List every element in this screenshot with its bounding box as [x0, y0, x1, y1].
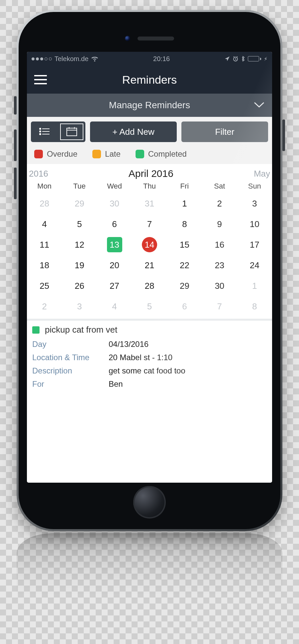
clock: 20:16 [153, 55, 170, 63]
add-new-button[interactable]: + Add New [90, 121, 177, 142]
field-day-value: 04/13/2016 [109, 340, 267, 349]
legend-late: Late [92, 149, 121, 159]
dow-cell: Thu [132, 182, 167, 191]
calendar-day[interactable]: 4 [27, 214, 62, 234]
calendar-day[interactable]: 15 [167, 234, 202, 255]
phone-wrapper: Telekom.de 20:16 [17, 10, 282, 619]
field-description: Descriptionget some cat food too [32, 364, 267, 377]
calendar-day[interactable]: 1 [167, 193, 202, 214]
dow-cell: Fri [167, 182, 202, 191]
field-location: Location & Time20 Mabel st - 1:10 [32, 351, 267, 364]
status-bar: Telekom.de 20:16 [27, 52, 272, 66]
svg-rect-7 [67, 128, 77, 136]
calendar-day[interactable]: 4 [97, 296, 132, 317]
earpiece [125, 36, 174, 41]
event-status-icon [32, 326, 40, 334]
calendar-day[interactable]: 22 [167, 255, 202, 276]
calendar-day[interactable]: 3 [237, 193, 272, 214]
menu-button[interactable] [34, 75, 47, 84]
field-description-value: get some cat food too [109, 366, 267, 375]
calendar-day[interactable]: 29 [62, 193, 97, 214]
calendar-day[interactable]: 19 [62, 255, 97, 276]
calendar-day[interactable]: 16 [202, 234, 237, 255]
calendar-week: 11121314151617 [27, 234, 272, 255]
calendar-grid: 2829303112345678910111213141516171819202… [27, 193, 272, 317]
legend-overdue: Overdue [34, 149, 77, 159]
calendar-day[interactable]: 12 [62, 234, 97, 255]
calendar-day[interactable]: 7 [202, 296, 237, 317]
alarm-icon [233, 56, 239, 62]
calendar-day[interactable]: 6 [97, 214, 132, 234]
dow-cell: Sat [202, 182, 237, 191]
calendar-day[interactable]: 8 [167, 214, 202, 234]
screen: Telekom.de 20:16 [27, 52, 272, 483]
calendar-day[interactable]: 10 [237, 214, 272, 234]
calendar-day[interactable]: 25 [27, 276, 62, 296]
calendar-day[interactable]: 13 [97, 234, 132, 255]
volume-down-button [14, 168, 17, 199]
calendar-day[interactable]: 30 [97, 193, 132, 214]
front-camera-icon [125, 36, 130, 41]
calendar-day[interactable]: 27 [97, 276, 132, 296]
calendar-day[interactable]: 5 [62, 214, 97, 234]
calendar-day[interactable]: 8 [237, 296, 272, 317]
section-dropdown[interactable]: Manage Reminders [27, 94, 272, 117]
calendar-day[interactable]: 24 [237, 255, 272, 276]
calendar-day[interactable]: 31 [132, 193, 167, 214]
calendar-day[interactable]: 26 [62, 276, 97, 296]
page: Telekom.de 20:16 [0, 0, 299, 644]
speaker-grille [138, 37, 174, 40]
completed-day-badge: 13 [107, 237, 122, 252]
field-location-label: Location & Time [32, 353, 105, 362]
calendar-day[interactable]: 21 [132, 255, 167, 276]
event-header[interactable]: pickup cat from vet [27, 321, 272, 338]
day-of-week-header: MonTueWedThuFriSatSun [27, 181, 272, 193]
calendar-day[interactable]: 30 [202, 276, 237, 296]
svg-point-5 [40, 133, 41, 135]
calendar-day[interactable]: 18 [27, 255, 62, 276]
calendar-day[interactable]: 3 [62, 296, 97, 317]
reflection [17, 533, 282, 619]
calendar-week: 45678910 [27, 214, 272, 234]
volume-up-button [14, 129, 17, 161]
calendar-day[interactable]: 5 [132, 296, 167, 317]
calendar-day[interactable]: 7 [132, 214, 167, 234]
filter-button[interactable]: Filter [181, 121, 268, 142]
calendar-day[interactable]: 14 [132, 234, 167, 255]
calendar-day[interactable]: 23 [202, 255, 237, 276]
calendar-day[interactable]: 28 [27, 193, 62, 214]
phone-frame: Telekom.de 20:16 [17, 10, 282, 531]
calendar-day[interactable]: 2 [202, 193, 237, 214]
calendar-day[interactable]: 6 [167, 296, 202, 317]
calendar-day[interactable]: 11 [27, 234, 62, 255]
app-header: Reminders [27, 66, 272, 94]
next-month-button[interactable]: May [254, 169, 270, 179]
field-description-label: Description [32, 366, 105, 375]
calendar-day[interactable]: 29 [167, 276, 202, 296]
status-left: Telekom.de [32, 55, 98, 63]
prev-month-button[interactable]: 2016 [29, 169, 48, 179]
calendar-day[interactable]: 1 [237, 276, 272, 296]
legend-overdue-label: Overdue [47, 149, 77, 159]
svg-point-1 [40, 128, 41, 129]
dow-cell: Wed [97, 182, 132, 191]
home-button[interactable] [133, 486, 166, 519]
calendar-day[interactable]: 28 [132, 276, 167, 296]
overdue-day-badge: 14 [142, 237, 157, 252]
battery-icon [248, 56, 261, 61]
overdue-swatch-icon [34, 150, 43, 158]
list-view-button[interactable] [31, 121, 58, 142]
legend-completed: Completed [136, 149, 187, 159]
completed-swatch-icon [136, 150, 144, 158]
legend-late-label: Late [105, 149, 121, 159]
phone-inner: Telekom.de 20:16 [19, 12, 280, 529]
chevron-down-icon [253, 100, 265, 111]
calendar-day[interactable]: 9 [202, 214, 237, 234]
calendar-week: 2345678 [27, 296, 272, 317]
calendar-week: 2526272829301 [27, 276, 272, 296]
calendar-day[interactable]: 17 [237, 234, 272, 255]
calendar-icon [66, 126, 77, 137]
calendar-view-button[interactable] [58, 121, 85, 142]
calendar-day[interactable]: 20 [97, 255, 132, 276]
calendar-day[interactable]: 2 [27, 296, 62, 317]
